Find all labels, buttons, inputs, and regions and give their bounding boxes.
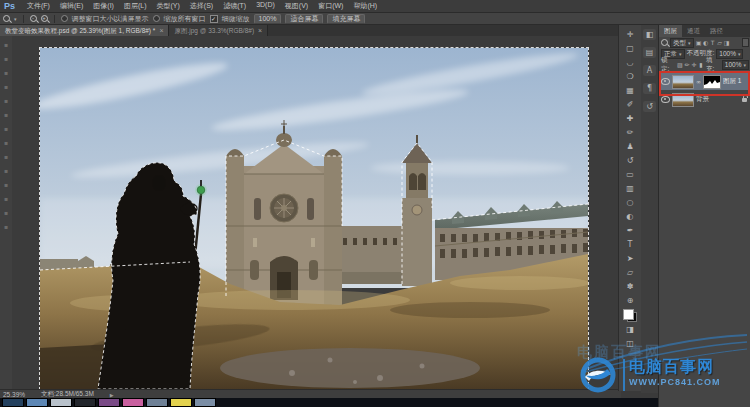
lock-pixels-icon[interactable]: ✏ [684,61,690,68]
layer-thumbnail[interactable] [672,93,694,107]
actual-pixels-button[interactable]: 100% [254,14,282,24]
zoom-tool-icon[interactable] [3,15,10,22]
tab-channels[interactable]: 通道 [682,25,705,37]
clone-stamp-tool[interactable]: ♟ [621,139,639,153]
adjustments-panel-icon[interactable]: ◧ [643,29,656,40]
layer-thumbnail[interactable] [672,75,694,89]
eyedropper-tool[interactable]: ✐ [621,97,639,111]
left-dock-tick: ▪ [3,210,9,215]
foreground-color-swatch[interactable] [623,309,634,320]
eraser-tool[interactable]: ▭ [621,167,639,181]
document-tab-inactive[interactable]: 原图.jpg @ 33.3%(RGB/8#) × [169,25,268,36]
menu-view[interactable]: 视图(V) [280,1,313,11]
zoom-out-icon[interactable]: - [30,15,37,22]
filter-type-layers-icon[interactable]: T [710,39,716,46]
history-panel-icon[interactable]: ↺ [643,101,656,112]
menu-file[interactable]: 文件(F) [22,1,55,11]
lasso-tool[interactable]: ◡ [621,55,639,69]
layer-row-layer1[interactable]: ∞ 图层 1 [659,73,750,90]
filter-toggle[interactable] [742,38,749,47]
lock-position-icon[interactable]: ✛ [691,61,697,68]
zoom-all-windows-label: 缩放所有窗口 [164,14,206,24]
filter-smart-objects-icon[interactable]: ◨ [724,39,730,46]
filmstrip-thumb-2[interactable] [26,398,48,407]
menu-select[interactable]: 选择(S) [185,1,218,11]
resize-windows-checkbox[interactable] [61,15,68,22]
filmstrip-thumb-1[interactable] [2,398,24,407]
visibility-eye-icon[interactable] [661,96,670,103]
color-swatches[interactable] [623,309,637,322]
gradient-tool[interactable]: ▥ [621,181,639,195]
tab-layers[interactable]: 图层 [659,25,682,37]
menu-image[interactable]: 图像(I) [88,1,119,11]
filmstrip-thumb-7[interactable] [146,398,168,407]
left-dock-tick: ▪ [3,84,9,89]
hand-tool[interactable]: ✽ [621,279,639,293]
pen-tool[interactable]: ✒ [621,223,639,237]
zoom-all-windows-checkbox[interactable] [153,15,160,22]
menu-3d[interactable]: 3D(D) [251,1,280,11]
move-tool[interactable]: ✛ [621,27,639,41]
history-brush-tool[interactable]: ↺ [621,153,639,167]
tab-paths[interactable]: 路径 [705,25,728,37]
close-icon[interactable]: × [159,25,163,36]
left-dock-tick: ▪ [3,56,9,61]
filter-pixel-layers-icon[interactable]: ▣ [696,39,702,46]
screen-mode-button[interactable]: ◫ [621,336,639,350]
canvas-pasteboard [12,36,618,389]
menu-layer[interactable]: 图层(L) [119,1,152,11]
canvas-document[interactable] [40,48,588,389]
type-tool[interactable]: T [621,237,639,251]
menu-type[interactable]: 类型(Y) [151,1,184,11]
dodge-tool[interactable]: ◐ [621,209,639,223]
zoom-in-icon[interactable]: + [41,15,48,22]
scrubby-zoom-checkbox[interactable]: ✓ [210,15,218,23]
layer-mask-thumbnail[interactable] [703,75,721,89]
filter-shape-layers-icon[interactable]: ▱ [717,39,723,46]
healing-brush-tool[interactable]: ✚ [621,111,639,125]
filmstrip-thumb-5[interactable] [98,398,120,407]
character-panel-icon[interactable]: A [643,65,656,76]
lock-transparency-icon[interactable]: ▨ [677,61,683,68]
left-dock-tick: ▪ [3,182,9,187]
filter-adjustment-layers-icon[interactable]: ◐ [703,39,709,46]
shape-tool[interactable]: ▱ [621,265,639,279]
zoom-tool[interactable]: ⊕ [621,293,639,307]
close-icon[interactable]: × [258,25,262,36]
visibility-eye-icon[interactable] [661,78,670,85]
menu-help[interactable]: 帮助(H) [348,1,382,11]
filter-kind-select[interactable]: 类型 ▾ [670,38,694,48]
scrubby-zoom-label: 细微缩放 [222,14,250,24]
layer-name[interactable]: 背景 [696,95,709,104]
search-icon [661,39,668,46]
filmstrip-thumb-6[interactable] [122,398,144,407]
crop-tool[interactable]: ▦ [621,83,639,97]
quick-mask-button[interactable]: ◨ [621,322,639,336]
marquee-tool[interactable]: ▢ [621,41,639,55]
brush-tool[interactable]: ✏ [621,125,639,139]
fit-screen-button[interactable]: 适合屏幕 [285,14,323,24]
document-tab-active[interactable]: 教堂变暗效果教程.psd @ 25.39%(图层 1, RGB/8#) * × [0,25,169,36]
filmstrip-thumb-8[interactable] [170,398,192,407]
opacity-select[interactable]: 100% ▾ [716,49,743,59]
menu-edit[interactable]: 编辑(E) [55,1,88,11]
menu-filter[interactable]: 滤镜(T) [218,1,251,11]
chevron-down-icon: ▾ [738,50,741,58]
layer-row-background[interactable]: 背景 [659,92,750,107]
filmstrip-thumb-9[interactable] [194,398,216,407]
fill-screen-button[interactable]: 填充屏幕 [327,14,365,24]
paragraph-panel-icon[interactable]: ¶ [643,83,656,94]
path-selection-tool[interactable]: ➤ [621,251,639,265]
styles-panel-icon[interactable]: ▤ [643,47,656,58]
layer-name[interactable]: 图层 1 [723,77,741,86]
fill-select[interactable]: 100% ▾ [722,60,749,70]
tool-preset-arrow-icon[interactable]: ▾ [14,16,17,22]
menu-window[interactable]: 窗口(W) [313,1,348,11]
blur-tool[interactable]: ○ [621,195,639,209]
status-arrow-icon[interactable]: ▶ [110,392,114,398]
filmstrip-thumb-4[interactable] [74,398,96,407]
quick-selection-tool[interactable]: ❍ [621,69,639,83]
lock-all-icon[interactable]: ▮ [698,61,704,68]
zoom-level[interactable]: 25.39% [3,391,25,398]
filmstrip-thumb-3[interactable] [50,398,72,407]
